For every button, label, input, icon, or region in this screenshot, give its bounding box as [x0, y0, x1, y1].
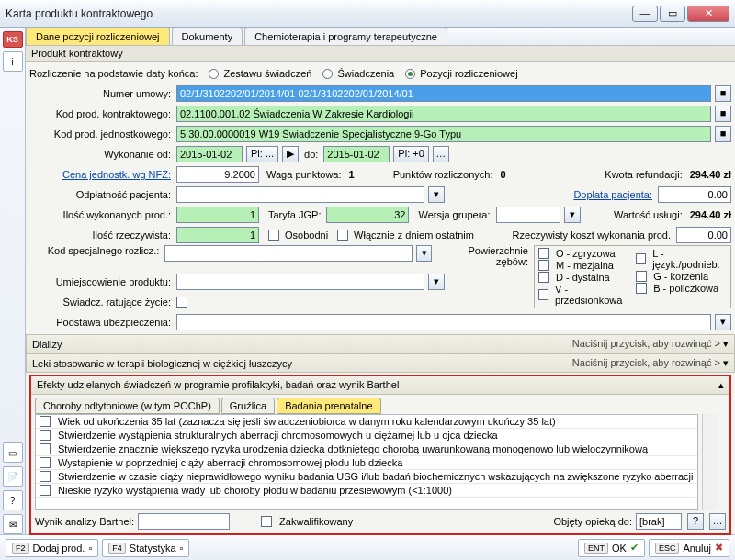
- settlement-label: Rozliczenie na podstawie daty końca:: [29, 68, 198, 79]
- lookup-umowa-icon[interactable]: ■: [715, 85, 731, 102]
- left-toolbar: KS i ▭ 📄 ? ✉: [0, 28, 26, 534]
- checkbox-swiad-rat[interactable]: [176, 297, 187, 308]
- field-date-to[interactable]: 2015-01-02: [323, 146, 390, 162]
- checklist-checkbox[interactable]: [40, 416, 51, 427]
- checklist-checkbox[interactable]: [40, 430, 51, 441]
- info-icon[interactable]: i: [3, 51, 23, 72]
- label-umiejsc: Umiejscowienie produktu:: [29, 276, 175, 287]
- checkbox-tooth-l[interactable]: [636, 253, 646, 264]
- dropdown-umiejsc-icon[interactable]: ▾: [428, 274, 445, 290]
- cancel-button[interactable]: ESCAnuluj✖: [649, 539, 729, 557]
- collapse-leki[interactable]: Leki stosowanie w terapii biologicznej w…: [26, 353, 735, 373]
- field-taryfa[interactable]: 32: [326, 207, 409, 223]
- checklist-row: Nieskie ryzyko wystąpienia wady lub chor…: [36, 484, 697, 498]
- lookup-kontr-icon[interactable]: ■: [715, 106, 731, 122]
- checklist-text: Stwierdzenie znacznie większego ryzyka u…: [58, 443, 648, 454]
- help-small-icon[interactable]: ?: [687, 513, 704, 530]
- play-icon[interactable]: ▶: [282, 146, 299, 162]
- ok-button[interactable]: ENTOK✔: [578, 539, 645, 557]
- tab-dane-pozycji[interactable]: Dane pozycji rozliczeniowej: [26, 28, 170, 45]
- help-icon[interactable]: ?: [3, 490, 23, 510]
- checklist-checkbox[interactable]: [40, 443, 51, 454]
- minimize-button[interactable]: —: [632, 6, 658, 22]
- checkbox-tooth-b[interactable]: [636, 283, 647, 294]
- checklist-text: Nieskie ryzyko wystąpienia wady lub chor…: [58, 485, 452, 496]
- collapse-dializy[interactable]: Dializy Naciśnij przycisk, aby rozwinąć …: [26, 334, 735, 353]
- chevron-down-icon: ▾: [723, 357, 729, 368]
- close-button[interactable]: ✕: [687, 6, 729, 22]
- checkbox-tooth-g[interactable]: [636, 271, 647, 282]
- subtab-badania-prenatalne[interactable]: Badania prenatalne: [277, 398, 380, 414]
- field-barthel[interactable]: [138, 513, 230, 530]
- label-ilosc-rz: Ilość rzeczywista:: [29, 230, 175, 241]
- maximize-button[interactable]: ▭: [660, 6, 685, 22]
- field-umiejsc[interactable]: [176, 274, 424, 290]
- f4-statystyka-button[interactable]: F4Statystyka▫: [102, 539, 189, 557]
- tab-chemioterapia[interactable]: Chemioterapia i programy terapeutyczne: [244, 28, 447, 45]
- label-podst-ubez: Podstawa ubezpieczenia:: [29, 317, 175, 328]
- pi-to-button[interactable]: Pi: +0: [393, 146, 428, 162]
- main-tabs: Dane pozycji rozliczeniowej Dokumenty Ch…: [26, 28, 735, 46]
- field-ilosc-rz[interactable]: 1: [176, 227, 259, 243]
- lookup-jedn-icon[interactable]: ■: [715, 126, 731, 142]
- radio-zestaw[interactable]: [209, 69, 219, 79]
- field-cena-nfz: 9.2000: [176, 166, 259, 183]
- window-title: Karta produktu kontraktowego: [6, 7, 630, 20]
- label-doplata[interactable]: Dopłata pacjenta:: [573, 189, 656, 200]
- checkbox-tooth-o[interactable]: [538, 248, 549, 259]
- checklist-checkbox[interactable]: [40, 485, 51, 496]
- field-podst-ubez[interactable]: [176, 314, 711, 330]
- dropdown-kodspec-icon[interactable]: ▾: [416, 245, 432, 262]
- label-do: do:: [300, 149, 322, 160]
- checkbox-wlacznie[interactable]: [337, 230, 348, 241]
- radio-swiadczenie[interactable]: [322, 69, 333, 79]
- tool-icon[interactable]: ▭: [3, 442, 23, 463]
- checklist-text: Stwierdzenie w czasie ciąży nieprawidłow…: [58, 471, 694, 482]
- checkbox-tooth-v[interactable]: [538, 289, 548, 300]
- label-odplatnosc: Odpłatność pacjenta:: [29, 189, 175, 200]
- checkbox-osobodni[interactable]: [268, 230, 279, 241]
- field-umowa[interactable]: 02/1/3102202/01/2014/01 02/1/3102202/01/…: [176, 85, 711, 102]
- doc-icon[interactable]: 📄: [3, 466, 23, 487]
- checklist: Wiek od ukończenia 35 lat (zaznacza się …: [35, 414, 698, 510]
- checklist-checkbox[interactable]: [40, 471, 51, 482]
- field-objety-do[interactable]: [brak]: [636, 513, 682, 530]
- field-kod-jedn[interactable]: 5.30.00.0000019 W19 Świadczenie Specjali…: [176, 126, 711, 142]
- label-kod-spec: Kod specjalnego rozlicz.:: [29, 245, 163, 256]
- radio-pozycja[interactable]: [405, 69, 415, 79]
- dropdown-odplatnosc-icon[interactable]: ▾: [428, 186, 445, 203]
- checkbox-tooth-d[interactable]: [538, 272, 549, 283]
- field-date-from[interactable]: 2015-01-02: [176, 146, 243, 162]
- field-rzecz-koszt[interactable]: 0.00: [676, 227, 731, 243]
- checkbox-zakwalifikowany[interactable]: [261, 516, 272, 527]
- ellipsis-button[interactable]: …: [433, 146, 449, 162]
- field-kod-kontr[interactable]: 02.1100.001.02 Świadczenia W Zakresie Ka…: [176, 106, 711, 122]
- dropdown-podstubez-icon[interactable]: ▾: [715, 314, 731, 330]
- add-icon: ▫: [88, 543, 92, 554]
- checklist-row: Stwierdzenie znacznie większego ryzyka u…: [36, 442, 697, 456]
- label-kod-jedn: Kod prod. jednostkowego:: [29, 129, 175, 140]
- mail-icon[interactable]: ✉: [3, 514, 23, 534]
- label-kod-kontr: Kod prod. kontraktowego:: [29, 108, 175, 119]
- checklist-checkbox[interactable]: [40, 457, 51, 468]
- dropdown-grupera-icon[interactable]: ▾: [564, 207, 581, 223]
- field-doplata[interactable]: 0.00: [658, 186, 731, 203]
- scrollbar[interactable]: [702, 414, 717, 510]
- f2-dodaj-button[interactable]: F2Dodaj prod.▫: [6, 539, 98, 557]
- field-kod-spec[interactable]: [164, 245, 413, 262]
- tooth-surfaces-group: O - zgryzowa M - mezjalna D - dystalna V…: [534, 245, 731, 308]
- subtab-choroby[interactable]: Choroby odtytoniowe (w tym POChP): [35, 398, 220, 414]
- field-odplatnosc[interactable]: [176, 186, 424, 203]
- field-wersja-grupera[interactable]: [496, 207, 560, 223]
- chevron-up-icon[interactable]: ▴: [718, 379, 724, 391]
- tab-dokumenty[interactable]: Dokumenty: [172, 28, 243, 45]
- field-ilosc-wyk[interactable]: 1: [176, 207, 259, 223]
- efekty-section: Efekty udzielanych świadczeń w programie…: [29, 375, 731, 535]
- subtab-gruzlica[interactable]: Gruźlica: [221, 398, 275, 414]
- stats-icon: ▫: [180, 543, 184, 554]
- label-cena-nfz[interactable]: Cena jednostk. wg NFZ:: [29, 169, 175, 180]
- pi-from-button[interactable]: Pi: ...: [246, 146, 278, 162]
- ellipsis-small-button[interactable]: …: [709, 513, 726, 530]
- checkbox-tooth-m[interactable]: [538, 260, 549, 271]
- label-barthel: Wynik analizy Barthel:: [35, 516, 134, 527]
